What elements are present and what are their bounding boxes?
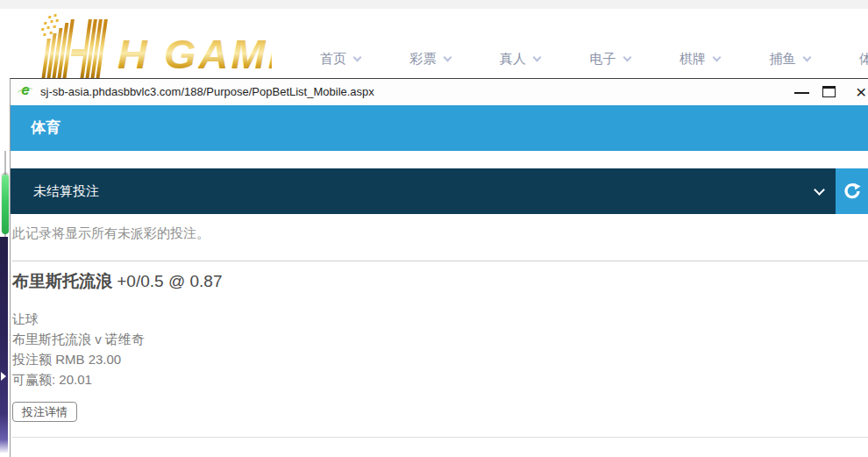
chevron-down-icon	[533, 53, 542, 61]
nav-item-cards[interactable]: 棋牌	[679, 51, 770, 68]
bet-market: 让球	[12, 309, 145, 329]
nav-item-live[interactable]: 真人	[500, 51, 590, 68]
bet-detail-lines: 让球 布里斯托流浪 v 诺维奇 投注额 RMB 23.00 可赢额: 20.01	[12, 309, 145, 389]
logo-emblem-icon	[34, 14, 108, 79]
chevron-down-icon	[353, 53, 362, 61]
refresh-button[interactable]	[836, 168, 868, 214]
browser-top-strip	[0, 0, 868, 9]
close-icon[interactable]: ×	[856, 79, 866, 105]
bet-line: +0/0.5 @ 0.87	[112, 272, 222, 290]
divider	[12, 261, 868, 261]
chevron-down-icon	[802, 53, 811, 61]
nav-item-fishing[interactable]: 捕鱼	[770, 51, 860, 68]
bet-title: 布里斯托流浪 +0/0.5 @ 0.87	[12, 270, 222, 293]
nav-item-home[interactable]: 首页	[320, 51, 410, 68]
nav-label: 彩票	[410, 51, 437, 68]
filter-selected-label: 未结算投注	[11, 168, 868, 214]
site-logo[interactable]: H GAME	[33, 12, 272, 79]
minimize-icon[interactable]	[794, 92, 809, 94]
chevron-down-icon	[713, 53, 722, 61]
nav-label: 捕鱼	[770, 51, 796, 68]
nav-label: 棋牌	[679, 51, 706, 68]
nav-label: 真人	[500, 51, 526, 68]
nav-item-sports[interactable]: 体育	[859, 51, 868, 68]
maximize-icon[interactable]	[822, 86, 836, 97]
refresh-icon	[843, 182, 861, 200]
site-header: H GAME 首页 彩票 真人 电子 棋牌	[0, 9, 868, 78]
bet-filter-dropdown[interactable]: 未结算投注	[11, 168, 868, 214]
nav-item-slots[interactable]: 电子	[590, 51, 680, 68]
nav-label: 首页	[320, 51, 346, 68]
popup-titlebar[interactable]: e sj-sb-asia.phdasbbvlc3.com/188/Purpose…	[11, 79, 868, 105]
chevron-down-icon	[443, 53, 452, 61]
chevron-down-icon	[623, 53, 631, 61]
nav-item-lottery[interactable]: 彩票	[410, 51, 501, 68]
panel-expand-arrow-icon[interactable]	[1, 372, 6, 381]
nav-label: 电子	[590, 51, 616, 68]
popup-url: sj-sb-asia.phdasbbvlc3.com/188/Purpose/P…	[40, 79, 374, 105]
background-page-stripe	[0, 237, 8, 453]
unsettled-bets-description: 此记录将显示所有未派彩的投注。	[12, 225, 210, 242]
logo-text: H GAME	[117, 31, 272, 77]
bet-team: 布里斯托流浪	[12, 272, 112, 290]
sport-header-bar: 体育	[11, 105, 868, 151]
nav-label: 体育	[859, 51, 868, 68]
bet-match: 布里斯托流浪 v 诺维奇	[12, 329, 145, 349]
popup-window: e sj-sb-asia.phdasbbvlc3.com/188/Purpose…	[10, 78, 868, 457]
bet-potential-win: 可赢额: 20.01	[12, 369, 145, 389]
ie-browser-icon: e	[18, 82, 33, 98]
divider	[12, 437, 868, 438]
sport-title: 体育	[11, 105, 868, 151]
bet-details-button[interactable]: 投注详情	[12, 402, 77, 422]
screen: H GAME 首页 彩票 真人 电子 棋牌	[0, 0, 868, 457]
edge-scroll-thumb[interactable]	[2, 175, 9, 234]
bet-stake: 投注额 RMB 23.00	[12, 349, 145, 369]
